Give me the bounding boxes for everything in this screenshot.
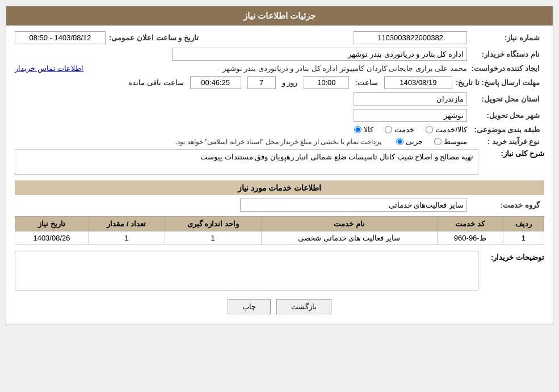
cell-date: 1403/08/26 — [15, 231, 89, 245]
deadline-days: 7 — [247, 76, 276, 89]
radio-jozii-label: جزیی — [406, 137, 423, 146]
purchase-type-radio-group: متوسط جزیی — [396, 137, 467, 146]
deadline-date: 1403/08/19 — [384, 76, 452, 89]
radio-kala-khedmat-input[interactable] — [426, 126, 433, 133]
cell-unit: 1 — [165, 231, 261, 245]
services-section-title: اطلاعات خدمات مورد نیاز — [15, 180, 544, 195]
category-radio-group: کالا/خدمت خدمت کالا — [354, 125, 467, 134]
buyer-notes-textarea[interactable] — [15, 251, 478, 290]
radio-khedmat-label: خدمت — [394, 125, 414, 134]
group-value: سایر فعالیت‌های خدماتی — [240, 199, 467, 212]
radio-mottavasset[interactable]: متوسط — [434, 137, 467, 146]
cell-name: سایر فعالیت های خدماتی شخصی — [261, 231, 437, 245]
purchase-note: پرداخت تمام یا بخشی از مبلغ خریداز محل "… — [175, 138, 381, 146]
table-row: 1 ط-96-960 سایر فعالیت های خدماتی شخصی 1… — [15, 231, 544, 245]
cell-rownum: 1 — [503, 231, 544, 245]
col-count: تعداد / مقدار — [88, 217, 165, 231]
buyer-notes-area — [15, 251, 478, 292]
deadline-label: مهلت ارسال پاسخ: تا تاریخ: — [456, 78, 544, 87]
radio-khedmat[interactable]: خدمت — [385, 125, 414, 134]
cell-code: ط-96-960 — [437, 231, 503, 245]
button-row: بازگشت چاپ — [15, 299, 544, 314]
shomara-label: شماره نیاز: — [470, 33, 544, 42]
name-label: نام دستگاه خریدار: — [470, 50, 544, 58]
city-label: شهر محل تحویل: — [470, 111, 544, 120]
radio-jozii[interactable]: جزیی — [396, 137, 423, 146]
print-button[interactable]: چاپ — [228, 299, 271, 314]
col-date: تاریخ نیاز — [15, 217, 89, 231]
shrh-label: شرح کلی نیاز: — [482, 149, 544, 158]
cell-count: 1 — [88, 231, 165, 245]
city-value: نوشهر — [354, 109, 467, 122]
col-rownum: ردیف — [503, 217, 544, 231]
radio-mottavasset-input[interactable] — [434, 138, 442, 145]
radio-kala[interactable]: کالا — [354, 125, 373, 134]
deadline-time: 10:00 — [304, 76, 349, 89]
radio-kala-input[interactable] — [354, 126, 362, 133]
shomara-value: 1103003822000382 — [354, 31, 467, 44]
contact-link[interactable]: اطلاعات تماس خریدار — [15, 64, 83, 73]
radio-mottavasset-label: متوسط — [444, 137, 467, 146]
services-table: ردیف کد خدمت نام خدمت واحد اندازه گیری ت… — [15, 216, 544, 245]
remaining-label: ساعت باقی مانده — [128, 78, 183, 87]
radio-kala-khedmat[interactable]: کالا/خدمت — [426, 125, 467, 134]
shrh-value: تهیه مصالح و اصلاح شیب کانال تاسیسات ضلع… — [15, 149, 478, 175]
buyer-notes-label: توضیحات خریدار: — [482, 251, 544, 262]
category-label: طبقه بندی موضوعی: — [470, 125, 544, 134]
name-value: اداره کل بنادر و دریانوردی بندر نوشهر — [172, 48, 467, 61]
page-title: جزئیات اطلاعات نیاز — [6, 6, 553, 26]
radio-kala-khedmat-label: کالا/خدمت — [435, 125, 467, 134]
time-label: ساعت: — [355, 78, 378, 87]
radio-jozii-input[interactable] — [396, 138, 404, 145]
creator-label: ایجاد کننده درخواست: — [470, 64, 544, 73]
tarikh-label: تاریخ و ساعت اعلان عمومی: — [109, 33, 203, 42]
back-button[interactable]: بازگشت — [276, 299, 331, 314]
col-unit: واحد اندازه گیری — [165, 217, 261, 231]
deadline-remaining: 00:46:25 — [190, 76, 241, 89]
province-value: مازندران — [354, 92, 467, 106]
col-name: نام خدمت — [261, 217, 437, 231]
radio-khedmat-input[interactable] — [385, 126, 392, 133]
province-label: استان محل تحویل: — [470, 95, 544, 103]
creator-value: محمد علی براری جایجانی کاردان کامپیوتر ا… — [93, 64, 467, 73]
tarikh-value: 1403/08/12 - 08:50 — [15, 31, 106, 44]
purchase-type-label: نوع فرآیند خرید : — [470, 137, 544, 146]
radio-kala-label: کالا — [364, 125, 373, 134]
col-code: کد خدمت — [437, 217, 503, 231]
group-label: گروه خدمت: — [470, 201, 544, 209]
day-label: روز و — [282, 78, 298, 87]
